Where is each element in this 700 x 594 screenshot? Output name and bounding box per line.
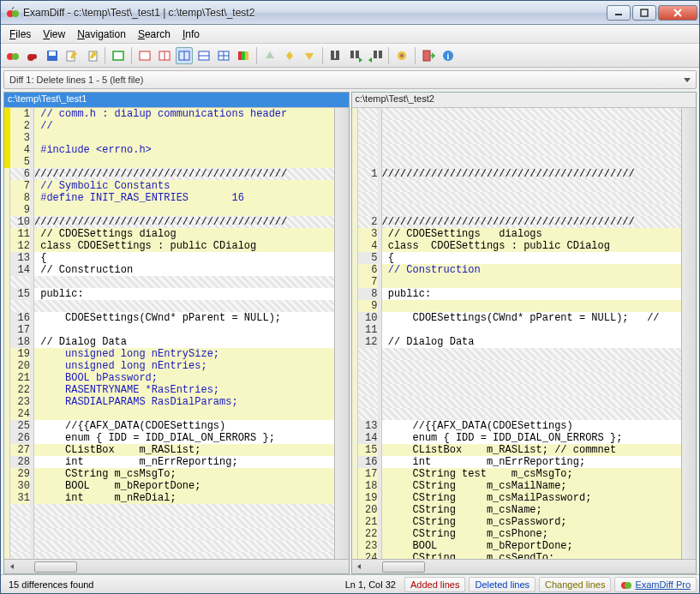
code-line[interactable]	[382, 204, 682, 216]
code-line[interactable]	[382, 156, 682, 168]
code-line[interactable]: public:	[382, 288, 682, 300]
code-line[interactable]: ////////////////////////////////////////…	[34, 168, 334, 180]
code-line[interactable]	[382, 408, 682, 420]
diff-selector[interactable]: Diff 1: Delete lines 1 - 5 (left file)	[3, 70, 697, 89]
code-line[interactable]: // Construction	[34, 264, 334, 276]
code-line[interactable]	[382, 396, 682, 408]
left-path-header[interactable]: c:\temp\Test\_test1	[4, 93, 349, 108]
code-line[interactable]	[34, 528, 334, 540]
menu-files[interactable]: Files	[4, 27, 36, 42]
view-split-horiz-icon[interactable]	[195, 47, 212, 64]
exit-icon[interactable]	[420, 47, 437, 64]
code-line[interactable]: //{{AFX_DATA(CDOESettings)	[382, 420, 682, 432]
code-line[interactable]: {	[34, 252, 334, 264]
code-line[interactable]: BOOL m_bReportDone;	[382, 540, 682, 552]
code-line[interactable]: ////////////////////////////////////////…	[382, 168, 682, 180]
code-line[interactable]: #define INIT_RAS_ENTRIES 16	[34, 192, 334, 204]
recompare-icon[interactable]	[24, 47, 41, 64]
code-line[interactable]	[34, 132, 334, 144]
code-line[interactable]: CListBox m_RASList;	[34, 444, 334, 456]
code-line[interactable]	[34, 204, 334, 216]
view-split-vert-icon[interactable]	[156, 47, 173, 64]
code-line[interactable]	[382, 108, 682, 120]
left-code-area[interactable]: 1234567891011121314151617181920212223242…	[4, 108, 349, 559]
title-bar[interactable]: ExamDiff - c:\temp\Test\_test1 | c:\temp…	[1, 1, 699, 25]
find-prev-icon[interactable]	[367, 47, 384, 64]
code-line[interactable]	[382, 372, 682, 384]
code-line[interactable]: #include <errno.h>	[34, 144, 334, 156]
menu-view[interactable]: View	[38, 27, 70, 42]
save-icon[interactable]	[44, 47, 61, 64]
code-line[interactable]	[382, 132, 682, 144]
code-line[interactable]	[382, 300, 682, 312]
new-window-icon[interactable]	[110, 47, 127, 64]
right-code-area[interactable]: 1234567891011121314151617181920212223242…	[352, 108, 697, 559]
code-line[interactable]	[382, 192, 682, 204]
code-line[interactable]	[34, 504, 334, 516]
code-line[interactable]: CDOESettings(CWnd* pParent = NULL);	[34, 312, 334, 324]
menu-search[interactable]: Search	[133, 27, 176, 42]
code-line[interactable]	[34, 408, 334, 420]
nav-up-icon[interactable]	[261, 47, 278, 64]
code-line[interactable]: CString m_csName;	[382, 504, 682, 516]
find-next-icon[interactable]	[347, 47, 364, 64]
code-line[interactable]: CString m_csPassword;	[382, 516, 682, 528]
code-line[interactable]: CString m_csMailPassword;	[382, 492, 682, 504]
scroll-left-icon[interactable]	[352, 560, 367, 574]
code-line[interactable]	[382, 120, 682, 132]
left-code[interactable]: // comm.h : dialup communications header…	[34, 108, 334, 559]
code-line[interactable]	[34, 552, 334, 559]
code-line[interactable]: // Symbolic Constants	[34, 180, 334, 192]
code-line[interactable]: // Dialog Data	[34, 336, 334, 348]
minimize-button[interactable]	[607, 5, 631, 21]
code-line[interactable]: CString m_csMailName;	[382, 480, 682, 492]
examdiff-pro-link[interactable]: ExamDiff Pro	[614, 577, 697, 592]
code-line[interactable]: CString m_csMsgTo;	[34, 468, 334, 480]
code-line[interactable]: int m_nErrReporting;	[34, 456, 334, 468]
code-line[interactable]: {	[382, 252, 682, 264]
code-line[interactable]: enum { IDD = IDD_DIAL_ON_ERRORS };	[34, 432, 334, 444]
code-line[interactable]: unsigned long nEntries;	[34, 360, 334, 372]
code-line[interactable]: // CDOESettings dialogs	[382, 228, 682, 240]
code-line[interactable]	[34, 300, 334, 312]
code-line[interactable]: RASDIALPARAMS RasDialParams;	[34, 396, 334, 408]
view-split-blue-icon[interactable]	[176, 47, 193, 64]
code-line[interactable]: //	[34, 120, 334, 132]
code-line[interactable]: class CDOESettings : public CDialog	[382, 240, 682, 252]
code-line[interactable]	[382, 180, 682, 192]
view-quad-icon[interactable]	[215, 47, 232, 64]
code-line[interactable]: ////////////////////////////////////////…	[34, 216, 334, 228]
code-line[interactable]: CDOESettings(CWnd* pParent = NULL); //	[382, 312, 682, 324]
code-line[interactable]: // comm.h : dialup communications header	[34, 108, 334, 120]
code-line[interactable]: int m_nReDial;	[34, 492, 334, 504]
maximize-button[interactable]	[632, 5, 656, 21]
code-line[interactable]: RASENTRYNAME *RasEntries;	[34, 384, 334, 396]
view-color-icon[interactable]	[235, 47, 252, 64]
close-button[interactable]	[658, 5, 697, 21]
edit-left-icon[interactable]	[63, 47, 81, 64]
code-line[interactable]: // Dialog Data	[382, 336, 682, 348]
code-line[interactable]	[382, 384, 682, 396]
info-icon[interactable]: i	[440, 47, 457, 64]
code-line[interactable]	[382, 276, 682, 288]
code-line[interactable]	[34, 540, 334, 552]
code-line[interactable]	[382, 144, 682, 156]
code-line[interactable]: CString m_csPhone;	[382, 528, 682, 540]
scroll-thumb[interactable]	[34, 561, 77, 573]
code-line[interactable]: public:	[34, 288, 334, 300]
left-hscrollbar[interactable]	[4, 559, 349, 573]
code-line[interactable]: CString m_csSendTo;	[382, 552, 682, 559]
code-line[interactable]: CListBox m_RASList; // commnet	[382, 444, 682, 456]
menu-info[interactable]: Info	[177, 27, 205, 42]
code-line[interactable]: enum { IDD = IDD_DIAL_ON_ERRORS };	[382, 432, 682, 444]
code-line[interactable]	[382, 324, 682, 336]
right-code[interactable]: ////////////////////////////////////////…	[382, 108, 682, 559]
code-line[interactable]: ////////////////////////////////////////…	[382, 216, 682, 228]
code-line[interactable]	[382, 360, 682, 372]
nav-down-icon[interactable]	[301, 47, 318, 64]
code-line[interactable]: unsigned long nEntrySize;	[34, 348, 334, 360]
nav-current-icon[interactable]	[281, 47, 298, 64]
scroll-thumb[interactable]	[382, 561, 425, 573]
code-line[interactable]: class CDOESettings : public CDialog	[34, 240, 334, 252]
code-line[interactable]	[34, 324, 334, 336]
